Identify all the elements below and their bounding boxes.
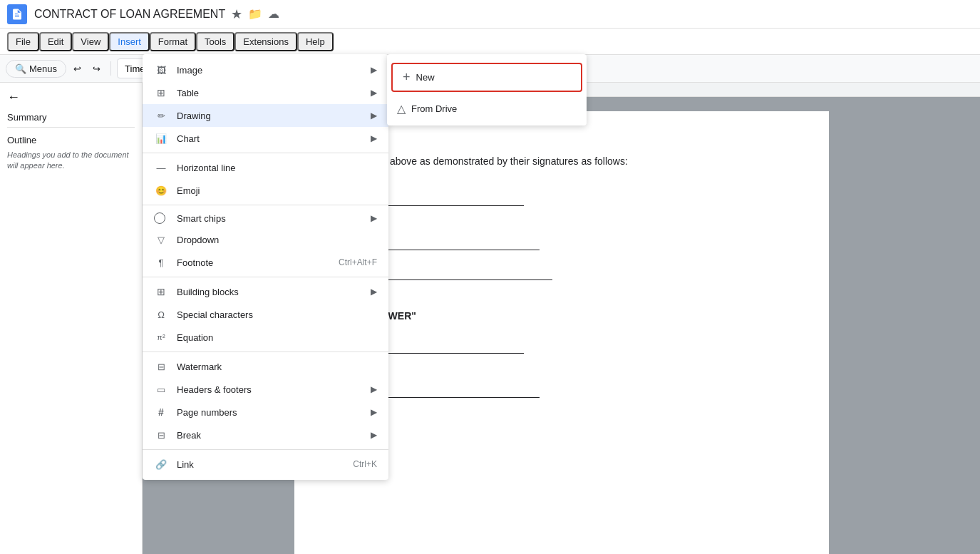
menu-item-image[interactable]: 🖼 Image ▶ xyxy=(143,58,388,81)
from-drive-label: From Drive xyxy=(411,103,457,114)
footnote-shortcut: Ctrl+Alt+F xyxy=(339,257,377,267)
menus-label: Menus xyxy=(29,63,57,74)
emoji-icon: 😊 xyxy=(154,183,168,198)
menu-item-smart-chips[interactable]: Smart chips ▶ xyxy=(143,208,388,228)
menu-item-special-characters[interactable]: Ω Special characters xyxy=(143,303,388,326)
smart-chips-arrow: ▶ xyxy=(371,213,377,223)
headers-footers-label: Headers & footers xyxy=(177,384,371,395)
smart-chips-icon xyxy=(154,212,165,224)
undo-button[interactable]: ↩ xyxy=(69,61,86,76)
doc-date-1: Date: xyxy=(351,265,772,280)
menu-item-horizontal-line[interactable]: — Horizontal line xyxy=(143,156,388,179)
menu-item-dropdown[interactable]: ▽ Dropdown xyxy=(143,228,388,251)
menu-item-headers-footers[interactable]: ▭ Headers & footers ▶ xyxy=(143,378,388,401)
summary-section-label: Summary xyxy=(7,112,135,123)
doc-by-2: y: xyxy=(351,382,772,398)
back-icon: ← xyxy=(7,90,20,105)
page-numbers-label: Page numbers xyxy=(177,407,371,418)
building-blocks-arrow: ▶ xyxy=(371,287,377,297)
divider-1 xyxy=(143,153,388,153)
sidebar-back-button[interactable]: ← xyxy=(7,90,135,105)
redo-button[interactable]: ↪ xyxy=(88,61,105,76)
horizontal-line-icon: — xyxy=(154,160,168,175)
menu-file[interactable]: File xyxy=(7,32,39,51)
drawing-arrow: ▶ xyxy=(371,111,377,120)
horizontal-line-label: Horizontal line xyxy=(177,163,377,173)
image-icon: 🖼 xyxy=(154,63,168,77)
chart-label: Chart xyxy=(177,133,371,144)
watermark-icon: ⊟ xyxy=(154,359,168,374)
outline-section-label: Outline xyxy=(7,135,135,145)
plus-icon: + xyxy=(403,70,411,85)
headers-footers-icon: ▭ xyxy=(154,382,168,396)
chart-arrow: ▶ xyxy=(371,133,377,143)
drawing-new-button[interactable]: + New xyxy=(391,63,582,92)
link-label: Link xyxy=(177,459,339,470)
drawing-label: Drawing xyxy=(177,111,371,121)
special-characters-label: Special characters xyxy=(177,309,377,320)
menu-tools[interactable]: Tools xyxy=(196,32,234,51)
new-drawing-label: New xyxy=(416,72,435,83)
menu-insert[interactable]: Insert xyxy=(109,32,150,51)
divider-3 xyxy=(143,277,388,277)
sidebar: ← Summary Outline Headings you add to th… xyxy=(0,83,143,554)
break-arrow: ▶ xyxy=(371,430,377,440)
star-icon[interactable]: ★ xyxy=(231,6,242,22)
emoji-label: Emoji xyxy=(177,185,377,196)
equation-icon: π² xyxy=(154,330,168,344)
doc-signed-2: igned: xyxy=(351,338,772,354)
search-icon: 🔍 xyxy=(15,63,26,74)
dropdown-label: Dropdown xyxy=(177,235,377,245)
equation-label: Equation xyxy=(177,332,377,343)
menu-item-equation[interactable]: π² Equation xyxy=(143,326,388,349)
menu-edit[interactable]: Edit xyxy=(39,32,72,51)
menu-item-drawing[interactable]: ✏ Drawing ▶ xyxy=(143,104,388,127)
menu-bar: File Edit View Insert Format Tools Exten… xyxy=(0,29,980,54)
drawing-from-drive-button[interactable]: △ From Drive xyxy=(387,96,587,121)
menu-item-link[interactable]: 🔗 Link Ctrl+K xyxy=(143,453,388,476)
menu-item-building-blocks[interactable]: ⊞ Building blocks ▶ xyxy=(143,280,388,303)
menu-help[interactable]: Help xyxy=(297,32,334,51)
table-icon: ⊞ xyxy=(154,86,168,100)
page-numbers-arrow: ▶ xyxy=(371,407,377,417)
doc-signed-1: igned: xyxy=(351,190,772,206)
menu-item-chart[interactable]: 📊 Chart ▶ xyxy=(143,127,388,150)
watermark-label: Watermark xyxy=(177,361,377,372)
break-icon: ⊟ xyxy=(154,428,168,442)
page-numbers-icon: # xyxy=(154,405,168,419)
menu-item-emoji[interactable]: 😊 Emoji xyxy=(143,179,388,202)
doc-text-1: set forth above as demonstrated by their… xyxy=(351,154,772,169)
top-bar: CONTRACT OF LOAN AGREEMENT ★ 📁 ☁ xyxy=(0,0,980,29)
menu-item-table[interactable]: ⊞ Table ▶ xyxy=(143,81,388,104)
divider-5 xyxy=(143,449,388,450)
title-icons: ★ 📁 ☁ xyxy=(231,6,279,22)
special-characters-icon: Ω xyxy=(154,307,168,322)
building-blocks-label: Building blocks xyxy=(177,287,371,297)
folder-icon[interactable]: 📁 xyxy=(248,7,262,21)
table-label: Table xyxy=(177,88,371,98)
footnote-label: Footnote xyxy=(177,257,324,268)
menu-item-footnote[interactable]: ¶ Footnote Ctrl+Alt+F xyxy=(143,251,388,274)
chart-icon: 📊 xyxy=(154,131,168,145)
smart-chips-label: Smart chips xyxy=(177,213,371,224)
menu-item-watermark[interactable]: ⊟ Watermark xyxy=(143,355,388,378)
outline-hint: Headings you add to the document will ap… xyxy=(7,150,135,172)
menu-format[interactable]: Format xyxy=(150,32,196,51)
insert-dropdown-menu: 🖼 Image ▶ ⊞ Table ▶ ✏ Drawing ▶ 📊 Chart … xyxy=(143,54,388,480)
docs-icon xyxy=(7,4,27,24)
drawing-icon: ✏ xyxy=(154,108,168,123)
toolbar-sep-1 xyxy=(110,61,111,76)
headers-footers-arrow: ▶ xyxy=(371,384,377,394)
drive-icon: △ xyxy=(397,102,406,116)
menu-item-break[interactable]: ⊟ Break ▶ xyxy=(143,424,388,446)
menu-item-page-numbers[interactable]: # Page numbers ▶ xyxy=(143,401,388,424)
doc-by-1: y: xyxy=(351,235,772,250)
menu-extensions[interactable]: Extensions xyxy=(234,32,297,51)
divider-2 xyxy=(143,205,388,205)
image-label: Image xyxy=(177,65,371,76)
divider-4 xyxy=(143,352,388,352)
menu-view[interactable]: View xyxy=(72,32,109,51)
menus-button[interactable]: 🔍 Menus xyxy=(6,60,66,78)
footnote-icon: ¶ xyxy=(154,255,168,270)
cloud-icon[interactable]: ☁ xyxy=(268,7,279,21)
